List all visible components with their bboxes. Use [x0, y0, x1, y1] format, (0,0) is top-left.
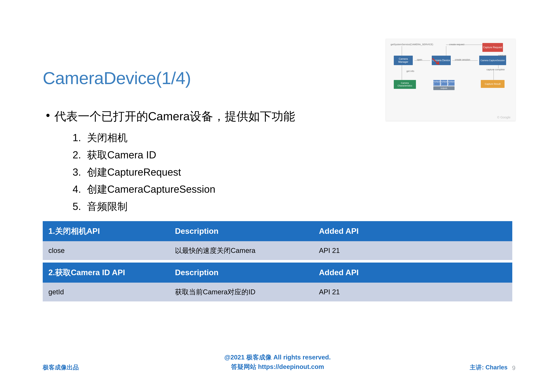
table-cell: getId: [43, 283, 169, 301]
diagram-thumbnail: getSystemService(CAMERA_SERVICE) create …: [386, 39, 515, 121]
table-header-row: 2.获取Camera ID API Description Added API: [43, 263, 512, 283]
table-cell: API 21: [313, 241, 512, 260]
diagram-surface-1: Surface 1: [433, 80, 440, 86]
diagram-get-info-label: get info: [406, 70, 414, 72]
footer: 极客成像出品 @2021 极客成像 All rights reserved. 答…: [0, 352, 555, 371]
page-number: 9: [512, 365, 515, 371]
diagram-surface-2: Surface 2: [441, 80, 447, 86]
diagram-camera-characteristics: Camera Characteristics: [394, 80, 416, 89]
diagram-capture-complete-label: capture complete: [487, 68, 505, 71]
table-cell: close: [43, 241, 169, 260]
main-bullet-text: 代表一个已打开的Camera设备，提供如下功能: [54, 109, 295, 124]
feature-item: 创建CameraCaptureSession: [84, 181, 512, 198]
diagram-create-request-label: create request: [449, 43, 464, 46]
table-header: Description: [169, 263, 313, 283]
table-header-row: 1.关闭相机API Description Added API: [43, 221, 512, 241]
diagram-capture-label: capture: [490, 54, 506, 57]
table-row: getId 获取当前Camera对应的ID API 21: [43, 283, 512, 301]
footer-center-line1: @2021 极客成像 All rights reserved.: [0, 352, 555, 362]
table-cell: 获取当前Camera对应的ID: [169, 283, 313, 301]
diagram-camera-capsession: Camera CaptureSession: [479, 56, 506, 65]
table-header: Description: [169, 221, 313, 241]
bullet-dot-icon: •: [46, 110, 50, 121]
feature-item: 音频限制: [84, 198, 512, 215]
table-header: Added API: [313, 263, 512, 283]
table-header: Added API: [313, 221, 512, 241]
table-spacer: [43, 260, 512, 263]
diagram-surface-3: Surface 3: [448, 80, 454, 86]
table-header: 1.关闭相机API: [43, 221, 169, 241]
diagram-api-call: getSystemService(CAMERA_SERVICE): [391, 43, 433, 46]
api-table: 1.关闭相机API Description Added API close 以最…: [43, 221, 512, 301]
feature-item: 获取Camera ID: [84, 146, 512, 164]
slide: getSystemService(CAMERA_SERVICE) create …: [0, 0, 555, 392]
feature-list: 关闭相机 获取Camera ID 创建CaptureRequest 创建Came…: [84, 129, 512, 215]
diagram-credit: © Google: [497, 115, 511, 119]
diagram-capture-request: Capture Request: [482, 43, 503, 52]
table-header: 2.获取Camera ID API: [43, 263, 169, 283]
diagram-open-label: open: [417, 58, 422, 61]
table-cell: API 21: [313, 283, 512, 301]
diagram-camera-manager: Camera Manager: [394, 56, 413, 65]
footer-right: 主讲: Charles: [470, 363, 508, 371]
feature-item: 创建CaptureRequest: [84, 164, 512, 181]
feature-item: 关闭相机: [84, 129, 512, 146]
table-row: close 以最快的速度关闭Camera API 21: [43, 241, 512, 260]
diagram-outputs: outputs: [433, 86, 454, 90]
table-cell: 以最快的速度关闭Camera: [169, 241, 313, 260]
diagram-capture-result: Capture Result: [481, 80, 504, 88]
diagram-red-arrow-icon: [432, 58, 441, 67]
diagram-create-session-label: create session: [455, 58, 470, 61]
